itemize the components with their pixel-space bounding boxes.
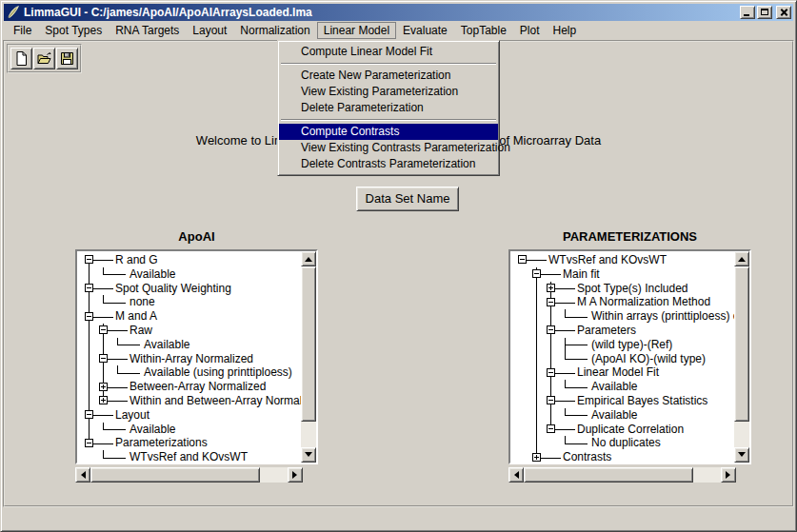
open-file-button[interactable]	[33, 48, 55, 69]
collapse-icon[interactable]	[99, 354, 108, 363]
tree-line	[565, 415, 588, 416]
expand-icon[interactable]	[547, 284, 555, 292]
collapse-icon[interactable]	[547, 396, 555, 404]
scrollbar-thumb[interactable]	[301, 266, 316, 422]
menu-evaluate[interactable]: Evaluate	[396, 22, 454, 39]
menu-item-view-existing-parameterization[interactable]: View Existing Parameterization	[279, 84, 498, 100]
collapse-icon[interactable]	[85, 284, 93, 292]
menu-file[interactable]: File	[7, 22, 38, 39]
scrollbar-track[interactable]	[734, 266, 749, 447]
scroll-left-button[interactable]	[75, 467, 90, 483]
collapse-icon[interactable]	[85, 410, 93, 419]
scrollbar-thumb[interactable]	[90, 467, 260, 483]
menu-item-compute-contrasts[interactable]: Compute Contrasts	[279, 124, 498, 140]
collapse-icon[interactable]	[547, 325, 555, 334]
collapse-icon[interactable]	[99, 325, 108, 334]
tree-node-label[interactable]: Spot Quality Weighting	[115, 282, 231, 296]
menu-help[interactable]: Help	[547, 22, 584, 39]
tree-node-label[interactable]: Duplicate Correlation	[577, 423, 684, 437]
tree-node-label[interactable]: Within-Array Normalized	[130, 352, 253, 366]
collapse-icon[interactable]	[85, 439, 93, 447]
data-set-name-button[interactable]: Data Set Name	[356, 187, 459, 211]
menu-toptable[interactable]: TopTable	[454, 22, 513, 39]
maximize-icon	[761, 9, 768, 15]
save-file-button[interactable]	[56, 48, 78, 69]
expand-icon[interactable]	[532, 453, 541, 462]
collapse-icon[interactable]	[547, 368, 555, 377]
tree-node-label[interactable]: Available	[130, 267, 175, 282]
menu-layout[interactable]: Layout	[186, 22, 233, 39]
tree-node-label[interactable]: Available	[144, 338, 189, 352]
vertical-scrollbar[interactable]	[301, 251, 316, 463]
tree-node-label[interactable]: Available	[591, 380, 637, 394]
tree-node-label[interactable]: No duplicates	[591, 436, 661, 450]
collapse-icon[interactable]	[532, 269, 541, 278]
tree-line	[92, 415, 113, 416]
expand-icon[interactable]	[99, 396, 108, 404]
menu-item-compute-linear-model-fit[interactable]: Compute Linear Model Fit	[279, 44, 498, 60]
parameterizations-tree-canvas[interactable]: WTvsRef and KOvsWTMain fitSpot Type(s) I…	[510, 251, 734, 463]
scroll-up-button[interactable]	[301, 251, 316, 266]
tree-node-label[interactable]: Layout	[115, 408, 149, 423]
tree-node-label[interactable]: Main fit	[563, 267, 600, 282]
tree-node-label[interactable]: Between-Array Normalized	[130, 380, 266, 394]
menu-plot[interactable]: Plot	[513, 22, 547, 39]
collapse-icon[interactable]	[85, 312, 93, 321]
menu-item-create-new-parameterization[interactable]: Create New Parameterization	[279, 68, 498, 84]
tree-node-label[interactable]: Contrasts	[563, 450, 611, 463]
menu-item-delete-parameterization[interactable]: Delete Parameterization	[279, 100, 498, 116]
horizontal-scrollbar[interactable]	[75, 467, 303, 483]
tree-node-label[interactable]: Spot Type(s) Included	[577, 282, 688, 296]
new-file-button[interactable]	[10, 48, 32, 69]
scrollbar-track[interactable]	[90, 467, 288, 483]
tree-node-label[interactable]: Parameters	[577, 324, 636, 338]
scroll-right-button[interactable]	[721, 467, 736, 483]
tree-node-label[interactable]: (wild type)-(Ref)	[591, 338, 672, 352]
scrollbar-thumb[interactable]	[524, 467, 693, 483]
scroll-right-button[interactable]	[288, 467, 303, 483]
tree-node-label[interactable]: Available	[591, 408, 637, 423]
menu-rna-targets[interactable]: RNA Targets	[109, 22, 186, 39]
menu-item-delete-contrasts-parameterization[interactable]: Delete Contrasts Parameterization	[279, 156, 498, 172]
tree-node-label[interactable]: Linear Model Fit	[577, 365, 659, 380]
scrollbar-track[interactable]	[524, 467, 721, 483]
tree-node-label[interactable]: M and A	[115, 309, 157, 324]
scroll-down-button[interactable]	[301, 447, 316, 463]
tree-node-label[interactable]: none	[130, 295, 155, 309]
minimize-button[interactable]	[740, 6, 755, 19]
menu-linear-model[interactable]: Linear Model	[317, 22, 396, 39]
collapse-icon[interactable]	[547, 424, 555, 433]
tree-node-label[interactable]: R and G	[115, 253, 158, 267]
menu-item-view-existing-contrasts-parameterization[interactable]: View Existing Contrasts Parameterization	[279, 140, 498, 156]
tree-node-label[interactable]: WTvsRef and KOvsWT	[548, 253, 667, 267]
scrollbar-track[interactable]	[301, 266, 316, 447]
tree-node-label[interactable]: (ApoAI KO)-(wild type)	[591, 352, 706, 366]
tree-node-label[interactable]: Available (using printtiploess)	[144, 365, 292, 380]
vertical-scrollbar[interactable]	[734, 251, 749, 463]
scroll-left-button[interactable]	[508, 467, 524, 483]
horizontal-scrollbar[interactable]	[508, 467, 736, 483]
menu-spot-types[interactable]: Spot Types	[38, 22, 109, 39]
scroll-down-button[interactable]	[734, 447, 749, 463]
collapse-icon[interactable]	[518, 255, 527, 264]
tree-node-label[interactable]: Parameterizations	[115, 436, 208, 450]
maximize-button[interactable]	[757, 6, 772, 19]
collapse-icon[interactable]	[547, 298, 555, 306]
tree-node-label[interactable]: Available	[130, 423, 175, 437]
collapse-icon[interactable]	[85, 255, 93, 264]
tree-node-label[interactable]: Within and Between-Array Normalized	[130, 394, 301, 408]
title-bar[interactable]: LimmaGUI - C:/james/ApoAI/ApoAIArraysLoa…	[4, 4, 793, 21]
tree-node-label[interactable]: M A Normalization Method	[577, 295, 710, 309]
tree-row: Within and Between-Array Normalized	[77, 394, 301, 408]
scrollbar-thumb[interactable]	[734, 266, 749, 422]
close-button[interactable]	[776, 6, 791, 19]
expand-icon[interactable]	[99, 383, 108, 391]
tree-node-label[interactable]: Within arrays (printtiploess) o	[591, 309, 734, 324]
tree-node-label[interactable]: Empirical Bayes Statistics	[577, 394, 707, 408]
scroll-up-button[interactable]	[734, 251, 749, 266]
menu-normalization[interactable]: Normalization	[233, 22, 316, 39]
tree-node-label[interactable]: WTvsRef and KOvsWT	[130, 450, 248, 463]
apoai-tree-canvas[interactable]: R and GAvailableSpot Quality Weightingno…	[77, 251, 301, 463]
tree-node-label[interactable]: Raw	[130, 324, 152, 338]
tree-line	[554, 429, 575, 430]
